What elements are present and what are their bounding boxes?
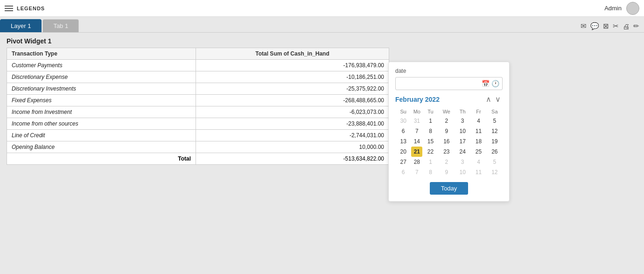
row-value: 10,000.00 [196, 141, 389, 153]
row-type: Income from Investment [7, 106, 196, 118]
calendar-day[interactable]: 3 [455, 157, 470, 167]
calendar-day[interactable]: 7 [411, 167, 422, 177]
calendar-day[interactable]: 20 [395, 147, 411, 157]
calendar-day[interactable]: 2 [439, 157, 455, 167]
date-label: date [395, 68, 503, 74]
col1-header: Transaction Type [7, 48, 196, 60]
calendar-day[interactable]: 7 [411, 126, 422, 136]
today-button[interactable]: Today [430, 182, 469, 195]
calendar-day[interactable]: 30 [395, 116, 411, 126]
calendar-day[interactable]: 2 [439, 116, 455, 126]
table-row: Fixed Expenses-268,488,665.00 [7, 95, 389, 106]
tab-tab1[interactable]: Tab 1 [42, 19, 79, 32]
email-icon[interactable]: ✉ [581, 22, 587, 30]
calendar-icon[interactable]: 📅 [482, 80, 490, 87]
calendar-day[interactable]: 12 [487, 126, 503, 136]
col2-header: Total Sum of Cash_in_Hand [196, 48, 389, 60]
calendar-day[interactable]: 5 [487, 157, 503, 167]
hamburger-menu[interactable] [5, 6, 13, 11]
calendar-grid: SuMoTuWeThFrSa 3031123456789101112131415… [395, 107, 503, 177]
calendar-day[interactable]: 10 [455, 126, 470, 136]
calendar-day[interactable]: 6 [395, 126, 411, 136]
row-type: Customer Payments [7, 60, 196, 71]
prev-month-button[interactable]: ∧ [484, 95, 493, 104]
row-type: Opening Balance [7, 141, 196, 153]
crop-icon[interactable]: ✂ [613, 22, 619, 30]
comment-icon[interactable]: 💬 [590, 22, 599, 30]
calendar-day[interactable]: 9 [439, 126, 455, 136]
row-value: -6,023,073.00 [196, 106, 389, 118]
navbar: LEGENDS Admin [0, 0, 644, 17]
date-input[interactable] [399, 78, 480, 89]
row-value: -2,744,031.00 [196, 130, 389, 141]
calendar: February 2022 ∧ ∨ SuMoTuWeThFrSa 3031123… [395, 95, 503, 195]
calendar-day[interactable]: 1 [422, 157, 438, 167]
calendar-day[interactable]: 8 [422, 126, 438, 136]
row-type: Fixed Expenses [7, 95, 196, 106]
calendar-day[interactable]: 26 [487, 147, 503, 157]
calendar-day[interactable]: 24 [455, 147, 470, 157]
calendar-day[interactable]: 21 [411, 147, 422, 157]
calendar-day[interactable]: 4 [470, 116, 486, 126]
calendar-day[interactable]: 11 [470, 167, 486, 177]
row-type: Discretionary Expense [7, 71, 196, 83]
total-value: -513,634,822.00 [196, 153, 389, 165]
row-type: Discretionary Investments [7, 83, 196, 95]
app-logo: LEGENDS [17, 6, 45, 11]
calendar-day[interactable]: 25 [470, 147, 486, 157]
calendar-day[interactable]: 31 [411, 116, 422, 126]
calendar-day[interactable]: 16 [439, 136, 455, 147]
calendar-day[interactable]: 22 [422, 147, 438, 157]
calendar-day[interactable]: 11 [470, 126, 486, 136]
calendar-day[interactable]: 23 [439, 147, 455, 157]
row-value: -25,375,922.00 [196, 83, 389, 95]
table-row: Line of Credit-2,744,031.00 [7, 130, 389, 141]
row-type: Income from other sources [7, 118, 196, 130]
filter-icon[interactable]: ⊠ [603, 22, 609, 30]
calendar-day[interactable]: 13 [395, 136, 411, 147]
next-month-button[interactable]: ∨ [493, 95, 503, 104]
main-content: Pivot Widget 1 Transaction Type Total Su… [0, 33, 644, 274]
day-header: Th [455, 107, 470, 116]
clock-icon[interactable]: 🕐 [491, 80, 499, 87]
calendar-day[interactable]: 9 [439, 167, 455, 177]
table-row: Discretionary Investments-25,375,922.00 [7, 83, 389, 95]
calendar-day[interactable]: 14 [411, 136, 422, 147]
tabbar: Layer 1 Tab 1 ✉ 💬 ⊠ ✂ 🖨 ✏ [0, 17, 644, 33]
calendar-day[interactable]: 19 [487, 136, 503, 147]
day-header: Mo [411, 107, 422, 116]
table-row: Income from Investment-6,023,073.00 [7, 106, 389, 118]
print-icon[interactable]: 🖨 [623, 22, 630, 30]
day-header: Sa [487, 107, 503, 116]
calendar-day[interactable]: 12 [487, 167, 503, 177]
row-value: -23,888,401.00 [196, 118, 389, 130]
toolbar-icons: ✉ 💬 ⊠ ✂ 🖨 ✏ [581, 22, 644, 32]
row-value: -176,938,479.00 [196, 60, 389, 71]
calendar-day[interactable]: 15 [422, 136, 438, 147]
calendar-day[interactable]: 18 [470, 136, 486, 147]
calendar-day[interactable]: 8 [422, 167, 438, 177]
pivot-table: Transaction Type Total Sum of Cash_in_Ha… [7, 48, 389, 165]
calendar-header: February 2022 ∧ ∨ [395, 95, 503, 104]
calendar-day[interactable]: 28 [411, 157, 422, 167]
tab-layer1[interactable]: Layer 1 [0, 19, 42, 32]
day-header: Tu [422, 107, 438, 116]
edit-icon[interactable]: ✏ [633, 22, 639, 30]
calendar-day[interactable]: 4 [470, 157, 486, 167]
calendar-day[interactable]: 5 [487, 116, 503, 126]
table-row: Income from other sources-23,888,401.00 [7, 118, 389, 130]
calendar-day[interactable]: 1 [422, 116, 438, 126]
calendar-day[interactable]: 27 [395, 157, 411, 167]
date-filter-panel: date 📅 🕐 February 2022 ∧ ∨ SuMoTuWeThFrS… [388, 62, 510, 202]
table-row: Opening Balance10,000.00 [7, 141, 389, 153]
calendar-day[interactable]: 10 [455, 167, 470, 177]
row-type: Line of Credit [7, 130, 196, 141]
date-input-row: 📅 🕐 [395, 77, 503, 90]
avatar[interactable] [626, 2, 639, 15]
calendar-day[interactable]: 3 [455, 116, 470, 126]
calendar-day[interactable]: 17 [455, 136, 470, 147]
calendar-month: February 2022 [395, 96, 484, 103]
calendar-day[interactable]: 6 [395, 167, 411, 177]
total-label: Total [7, 153, 196, 165]
widget-title: Pivot Widget 1 [7, 37, 637, 45]
